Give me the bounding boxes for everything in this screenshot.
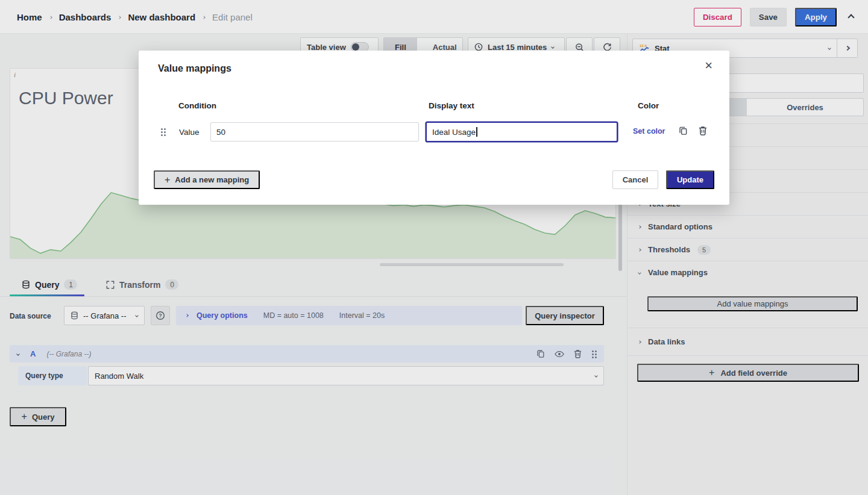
toggle-viz-picker-button[interactable]	[837, 39, 858, 58]
chevron-right-icon	[844, 46, 849, 51]
chevron-right-icon	[185, 314, 189, 317]
add-field-override-button[interactable]: + Add field override	[637, 364, 859, 382]
query-inspector-button[interactable]: Query inspector	[526, 306, 604, 325]
drag-handle-icon[interactable]	[591, 350, 597, 358]
section-label: Thresholds	[648, 245, 690, 254]
value-mappings-modal: Value mappings × Condition Display text …	[139, 51, 729, 205]
breadcrumb: Home Dashboards New dashboard Edit panel	[17, 0, 253, 34]
chevron-down-icon	[135, 314, 139, 317]
breadcrumb-separator-icon	[202, 16, 206, 19]
add-query-label: Query	[32, 412, 55, 422]
discard-button[interactable]: Discard	[694, 8, 741, 26]
tab-transform-label: Transform	[119, 280, 160, 290]
active-tab-underline	[10, 294, 84, 296]
datasource-value: -- Grafana --	[83, 311, 127, 320]
chevron-right-icon	[638, 340, 641, 344]
query-row-datasource: (-- Grafana --)	[46, 350, 91, 358]
transform-count-badge: 0	[165, 279, 178, 290]
breadcrumb-home[interactable]: Home	[17, 12, 42, 22]
section-data-links[interactable]: Data links	[627, 328, 868, 355]
plus-icon: +	[22, 412, 27, 422]
chevron-down-icon[interactable]	[16, 352, 20, 356]
column-header-condition: Condition	[178, 101, 216, 110]
breadcrumb-separator-icon	[118, 16, 122, 19]
query-options-interval: Interval = 20s	[339, 311, 385, 320]
section-label: Value mappings	[648, 268, 708, 277]
section-label: Standard options	[648, 222, 712, 231]
apply-button[interactable]: Apply	[795, 8, 837, 26]
section-thresholds[interactable]: Thresholds 5	[627, 238, 868, 261]
query-row-header[interactable]: A (-- Grafana --)	[10, 345, 604, 363]
nav-actions: Discard Save Apply	[694, 8, 854, 26]
chevron-down-icon	[638, 271, 641, 275]
mapping-row: Value 50 Ideal Usage Set color	[139, 122, 729, 142]
display-text-input[interactable]: Ideal Usage	[426, 122, 617, 142]
section-standard-options[interactable]: Standard options	[627, 215, 868, 238]
condition-value-input[interactable]: 50	[210, 122, 419, 142]
tab-query[interactable]: Query 1	[22, 275, 77, 294]
query-ref-id: A	[30, 349, 36, 358]
top-navbar: Home Dashboards New dashboard Edit panel…	[0, 0, 868, 34]
column-header-color: Color	[638, 101, 659, 110]
cancel-button[interactable]: Cancel	[612, 170, 658, 189]
query-editor-tabs: Query 1 Transform 0	[0, 275, 627, 297]
update-button[interactable]: Update	[666, 170, 714, 189]
modal-title: Value mappings	[158, 63, 231, 74]
query-type-select[interactable]: Random Walk	[88, 366, 604, 385]
plus-icon: +	[709, 368, 714, 378]
add-new-mapping-label: Add a new mapping	[175, 175, 249, 184]
grafana-edit-panel-page: Home Dashboards New dashboard Edit panel…	[0, 0, 868, 495]
text-cursor	[476, 127, 477, 137]
breadcrumb-separator-icon	[49, 16, 52, 19]
display-text-value: Ideal Usage	[432, 128, 476, 137]
drag-handle-icon[interactable]	[160, 128, 166, 136]
add-value-mappings-button[interactable]: Add value mappings	[647, 296, 858, 311]
condition-value-text: 50	[216, 128, 225, 137]
query-options-bar[interactable]: Query options MD = auto = 1008 Interval …	[176, 306, 522, 325]
tab-query-label: Query	[35, 280, 59, 290]
section-divider	[627, 355, 868, 356]
chevron-down-icon	[594, 374, 598, 378]
delete-mapping-trash-icon[interactable]	[699, 126, 707, 135]
condition-type-label: Value	[179, 128, 200, 137]
set-color-link[interactable]: Set color	[633, 127, 665, 135]
panel-title: CPU Power	[19, 88, 113, 108]
chevron-right-icon	[638, 248, 641, 252]
add-new-mapping-button[interactable]: + Add a new mapping	[154, 170, 260, 189]
clock-icon	[474, 43, 483, 51]
breadcrumb-edit-panel: Edit panel	[212, 12, 253, 22]
chevron-right-icon	[638, 225, 641, 229]
database-icon	[22, 280, 30, 289]
tab-overrides[interactable]: Overrides	[747, 99, 863, 116]
datasource-row: Data source -- Grafana -- ? Query option…	[0, 304, 627, 327]
datasource-label: Data source	[10, 312, 51, 320]
question-circle-icon: ?	[156, 311, 165, 320]
transform-icon	[106, 281, 115, 289]
datasource-select[interactable]: -- Grafana --	[64, 306, 145, 325]
datasource-help-button[interactable]: ?	[151, 306, 170, 325]
query-options-md: MD = auto = 1008	[263, 311, 324, 320]
tab-transform[interactable]: Transform 0	[106, 275, 178, 294]
column-header-display-text: Display text	[429, 101, 474, 110]
query-type-label: Query type	[18, 366, 87, 385]
query-count-badge: 1	[64, 279, 77, 290]
add-query-button[interactable]: + Query	[10, 407, 66, 426]
panel-resize-handle[interactable]	[380, 263, 564, 266]
section-label: Data links	[648, 337, 685, 346]
duplicate-mapping-icon[interactable]	[679, 126, 688, 135]
section-value-mappings[interactable]: Value mappings	[627, 261, 868, 284]
query-type-value: Random Walk	[95, 372, 143, 381]
delete-query-trash-icon[interactable]	[574, 349, 582, 358]
thresholds-count-badge: 5	[697, 245, 711, 255]
hide-response-eye-icon[interactable]	[555, 350, 564, 358]
breadcrumb-new-dashboard[interactable]: New dashboard	[128, 12, 195, 22]
close-icon[interactable]: ×	[705, 59, 712, 72]
chevron-up-icon[interactable]	[849, 15, 854, 20]
query-options-label: Query options	[197, 311, 248, 320]
chevron-down-icon	[828, 46, 831, 50]
save-button[interactable]: Save	[750, 8, 787, 26]
database-icon	[71, 311, 78, 320]
add-field-override-label: Add field override	[720, 369, 787, 378]
breadcrumb-dashboards[interactable]: Dashboards	[59, 12, 112, 22]
duplicate-query-icon[interactable]	[536, 349, 545, 358]
